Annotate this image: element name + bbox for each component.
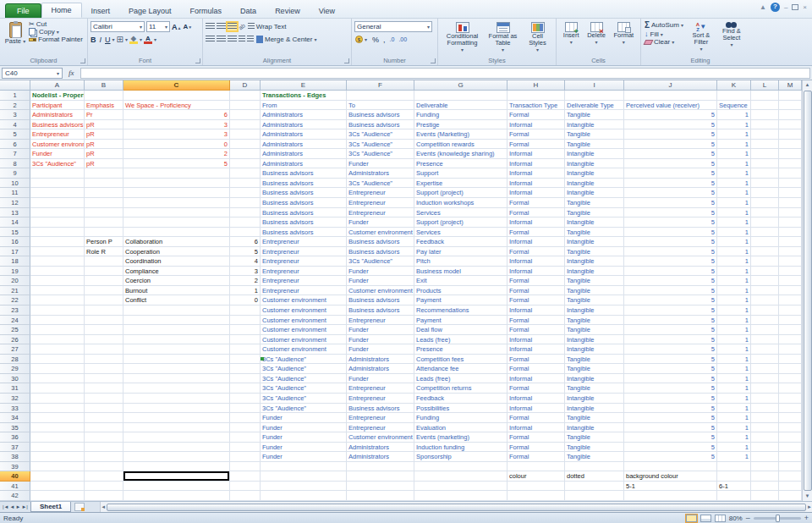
cell-L32[interactable] — [751, 394, 779, 404]
cell-B16[interactable]: Person P — [85, 237, 123, 247]
cell-H41[interactable] — [508, 482, 565, 492]
normal-view-button[interactable] — [686, 515, 697, 522]
cell-K20[interactable]: 1 — [717, 276, 751, 286]
cell-H26[interactable]: Informal — [508, 335, 565, 345]
cell-F29[interactable]: Administrators — [347, 364, 414, 374]
cell-H4[interactable]: Informal — [508, 120, 565, 130]
cell-G3[interactable]: Funding — [414, 110, 508, 120]
cell-F2[interactable]: To — [347, 101, 414, 111]
cell-E18[interactable]: Entrepreneur — [261, 256, 347, 267]
cell-E24[interactable]: Customer environment — [261, 316, 347, 326]
sheet-tab-sheet1[interactable]: Sheet1 — [30, 502, 71, 512]
cell-G6[interactable]: Competition rewards — [414, 140, 508, 150]
cell-E2[interactable]: From — [261, 101, 347, 111]
cell-L12[interactable] — [751, 198, 779, 208]
cell-K3[interactable]: 1 — [717, 110, 751, 120]
cell-K7[interactable]: 1 — [717, 149, 751, 159]
cell-I40[interactable]: dotted — [565, 471, 624, 482]
row-header-33[interactable]: 33 — [0, 404, 30, 414]
cell-C9[interactable] — [123, 168, 230, 179]
cell-D38[interactable] — [230, 452, 261, 462]
cell-G29[interactable]: Attendance fee — [414, 364, 508, 374]
cell-A31[interactable] — [30, 383, 85, 394]
cell-L33[interactable] — [751, 404, 779, 414]
cell-C3[interactable]: 6 — [123, 110, 230, 120]
cell-M42[interactable] — [779, 491, 802, 501]
row-header-13[interactable]: 13 — [0, 208, 30, 218]
cell-E22[interactable]: Customer environment — [261, 295, 347, 306]
cell-M11[interactable] — [779, 188, 802, 198]
cell-D7[interactable] — [230, 149, 261, 159]
cell-H15[interactable]: Formal — [508, 228, 565, 238]
cell-B31[interactable] — [85, 383, 123, 394]
cell-B27[interactable] — [85, 344, 123, 355]
cell-E40[interactable] — [261, 471, 347, 482]
cell-M35[interactable] — [779, 423, 802, 433]
cell-C2[interactable]: We Space - Proficiency — [123, 101, 230, 111]
cell-D29[interactable] — [230, 364, 261, 374]
cell-A14[interactable] — [30, 217, 85, 228]
cell-G39[interactable] — [414, 462, 508, 472]
cell-K16[interactable]: 1 — [717, 237, 751, 247]
cell-B19[interactable] — [85, 267, 123, 277]
cell-A11[interactable] — [30, 188, 85, 198]
cell-L4[interactable] — [751, 120, 779, 130]
cell-K29[interactable]: 1 — [717, 364, 751, 374]
cell-I27[interactable]: Intangible — [565, 344, 624, 355]
cell-F19[interactable]: Funder — [347, 267, 414, 277]
cell-C42[interactable] — [123, 491, 230, 501]
cell-E41[interactable] — [261, 482, 347, 492]
cell-B12[interactable] — [85, 198, 123, 208]
cell-M16[interactable] — [779, 237, 802, 247]
fill-button[interactable]: ↓Fill ▾ — [644, 30, 684, 38]
cell-K36[interactable]: 1 — [717, 432, 751, 443]
wrap-text-button[interactable]: Wrap Text — [247, 23, 288, 30]
cell-E9[interactable]: Business advisors — [261, 168, 347, 179]
cell-C10[interactable] — [123, 179, 230, 189]
find-select-button[interactable]: Find & Select▾ — [718, 20, 745, 52]
cell-I1[interactable] — [565, 91, 624, 101]
cell-C33[interactable] — [123, 404, 230, 414]
align-right-button[interactable] — [228, 36, 237, 43]
cell-J9[interactable]: 5 — [624, 168, 717, 179]
cell-A19[interactable] — [30, 267, 85, 277]
cell-I16[interactable]: Intangible — [565, 237, 624, 247]
cut-button[interactable]: ✂Cut — [28, 20, 84, 28]
cell-L5[interactable] — [751, 129, 779, 140]
cell-M14[interactable] — [779, 217, 802, 228]
row-header-11[interactable]: 11 — [0, 188, 30, 198]
cell-H42[interactable] — [508, 491, 565, 501]
cell-A27[interactable] — [30, 344, 85, 355]
cell-M13[interactable] — [779, 208, 802, 218]
italic-button[interactable]: I — [98, 36, 104, 44]
cell-I30[interactable]: Intangible — [565, 374, 624, 384]
row-header-29[interactable]: 29 — [0, 364, 30, 374]
cell-A20[interactable] — [30, 276, 85, 286]
cell-M28[interactable] — [779, 355, 802, 365]
cell-K6[interactable]: 1 — [717, 140, 751, 150]
cell-I10[interactable]: Intangible — [565, 179, 624, 189]
restore-icon[interactable] — [792, 4, 798, 10]
cell-K23[interactable]: 1 — [717, 306, 751, 316]
fill-color-button[interactable]: ◆ — [129, 36, 138, 44]
cell-K28[interactable]: 1 — [717, 355, 751, 365]
cell-C14[interactable] — [123, 217, 230, 228]
cell-B28[interactable] — [85, 355, 123, 365]
cell-D10[interactable] — [230, 179, 261, 189]
cell-C1[interactable] — [123, 91, 230, 101]
cell-L29[interactable] — [751, 364, 779, 374]
cell-H18[interactable]: Informal — [508, 256, 565, 267]
cell-F11[interactable]: Entrepreneur — [347, 188, 414, 198]
cell-I35[interactable]: Intangible — [565, 423, 624, 433]
cell-A17[interactable] — [30, 247, 85, 257]
cell-D4[interactable] — [230, 120, 261, 130]
row-header-5[interactable]: 5 — [0, 129, 30, 140]
cell-M30[interactable] — [779, 374, 802, 384]
cell-J25[interactable]: 5 — [624, 325, 717, 335]
select-all-corner[interactable] — [0, 80, 30, 91]
cell-D13[interactable] — [230, 208, 261, 218]
cell-H34[interactable]: Formal — [508, 413, 565, 423]
cell-G27[interactable]: Presence — [414, 344, 508, 355]
cell-B34[interactable] — [85, 413, 123, 423]
cell-L23[interactable] — [751, 306, 779, 316]
